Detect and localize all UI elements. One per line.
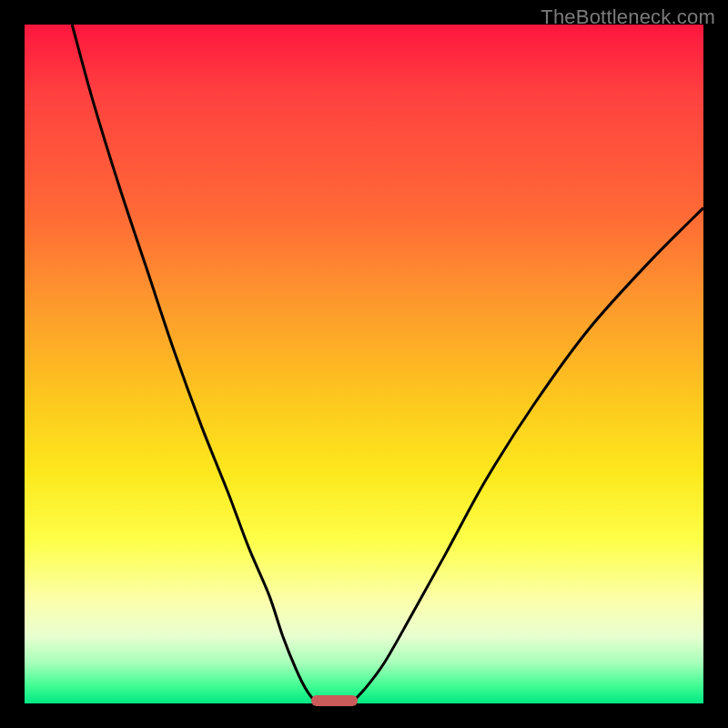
- bottleneck-curve: [25, 25, 703, 703]
- optimal-range-marker: [311, 695, 358, 706]
- watermark-text: TheBottleneck.com: [541, 5, 715, 29]
- image-frame: TheBottleneck.com: [0, 0, 728, 728]
- plot-area: [25, 25, 703, 703]
- curve-path: [72, 25, 703, 703]
